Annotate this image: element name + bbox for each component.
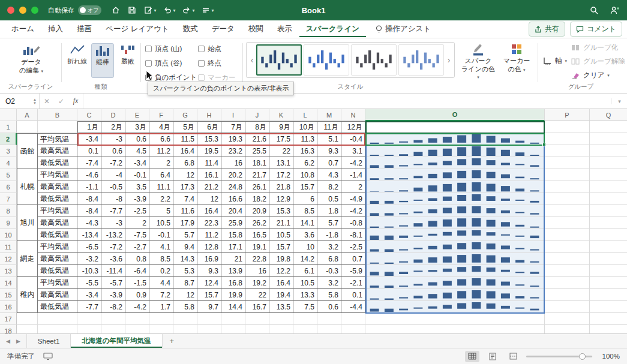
cell-P7[interactable] [545,193,590,205]
close-window-button[interactable] [7,7,14,14]
cell-P12[interactable] [545,253,590,265]
column-header-G[interactable]: G [173,109,197,121]
column-header-I[interactable]: I [221,109,245,121]
cell-J6[interactable]: 26.1 [245,181,269,193]
cell-G2[interactable]: 11.5 [173,133,197,145]
checkbox-low-point[interactable]: 頂点 (谷) [145,59,182,68]
cell-E5[interactable]: -0.1 [125,169,149,181]
sparkline-cell-O10[interactable] [365,229,545,241]
ribbon-tab-5[interactable]: 数式 [176,21,205,37]
cell-K18[interactable] [269,325,293,333]
cell-M4[interactable]: 0.7 [317,157,341,169]
undo-icon[interactable]: ▾ [163,5,175,15]
sparkline-cell-O8[interactable] [365,205,545,217]
cell-H8[interactable]: 16.4 [197,205,221,217]
chevron-down-icon[interactable]: ▾ [192,8,194,13]
column-header-A[interactable]: A [17,109,38,121]
cell-E18[interactable] [125,325,149,333]
cell-D13[interactable]: -11.4 [101,265,125,277]
cell-K5[interactable]: 17.2 [269,169,293,181]
sparkline-cell-O11[interactable] [365,241,545,253]
cell-J2[interactable]: 21.6 [245,133,269,145]
cell-B18[interactable] [38,325,77,333]
ribbon-tab-2[interactable]: 挿入 [41,21,70,37]
cell-L10[interactable]: 3.6 [293,229,317,241]
gallery-next-icon[interactable]: › [445,55,453,65]
cell-G8[interactable]: 11.6 [173,205,197,217]
cell-E3[interactable]: 4.5 [125,145,149,157]
worksheet-grid[interactable]: ABCDEFGHIJKLMNOPQ12345678910111213141516… [0,109,627,333]
cell-F14[interactable]: 4.4 [149,277,173,289]
ribbon-tab-8[interactable]: 表示 [271,21,299,37]
cell-L18[interactable] [293,325,317,333]
cell-F1[interactable]: 4月 [149,121,173,133]
cell-Q9[interactable] [590,217,627,229]
chevron-down-icon[interactable]: ▾ [173,8,175,13]
cell-O18[interactable] [365,325,545,333]
cell-F17[interactable] [149,313,173,325]
cell-J7[interactable]: 18.2 [245,193,269,205]
sparkline-cell-O13[interactable] [365,265,545,277]
cell-C13[interactable]: -10.3 [77,265,101,277]
cell-P2[interactable] [545,133,590,145]
column-header-L[interactable]: L [293,109,317,121]
column-header-E[interactable]: E [125,109,149,121]
cell-C8[interactable]: -8.4 [77,205,101,217]
cell-G6[interactable]: 17.3 [173,181,197,193]
cell-N13[interactable]: -5.9 [341,265,365,277]
cell-A17[interactable] [17,313,38,325]
cell-E6[interactable]: 3.5 [125,181,149,193]
cell-A1[interactable] [17,121,38,133]
insert-function-icon[interactable]: fx [68,97,83,106]
cell-D10[interactable]: -13.2 [101,229,125,241]
checkbox-first-point[interactable]: 始点 [198,44,221,53]
cell-H6[interactable]: 21.2 [197,181,221,193]
cell-F13[interactable]: 0.2 [149,265,173,277]
cell-M3[interactable]: 9.3 [317,145,341,157]
cell-G1[interactable]: 5月 [173,121,197,133]
cell-M8[interactable]: 1.8 [317,205,341,217]
row-header-16[interactable]: 16 [0,301,17,313]
sparkline-cell-O16[interactable] [365,301,545,313]
cell-M5[interactable]: 4.3 [317,169,341,181]
cell-K7[interactable]: 12.9 [269,193,293,205]
row-header-14[interactable]: 14 [0,277,17,289]
checkbox-last-point[interactable]: 終点 [198,59,221,68]
cell-D2[interactable]: -3 [101,133,125,145]
cell-Q12[interactable] [590,253,627,265]
cell-B13[interactable]: 最低気温 [38,265,77,277]
cell-J9[interactable]: 26.2 [245,217,269,229]
cell-N10[interactable]: -8.1 [341,229,365,241]
cell-Q8[interactable] [590,205,627,217]
cell-I9[interactable]: 25.9 [221,217,245,229]
quick-edit-icon[interactable]: ▾ [143,5,156,15]
cell-H3[interactable]: 19.5 [197,145,221,157]
cell-E12[interactable]: 0.8 [125,253,149,265]
row-header-10[interactable]: 10 [0,229,17,241]
cell-G4[interactable]: 6.8 [173,157,197,169]
cell-H12[interactable]: 16.9 [197,253,221,265]
sparkline-cell-O2[interactable] [365,133,545,145]
cell-J14[interactable]: 19.2 [245,277,269,289]
cell-I13[interactable]: 13.9 [221,265,245,277]
row-header-2[interactable]: 2 [0,133,17,145]
cell-H5[interactable]: 16.1 [197,169,221,181]
cell-K14[interactable]: 16.4 [269,277,293,289]
cell-M13[interactable]: -0.3 [317,265,341,277]
sparkline-cell-O6[interactable] [365,181,545,193]
cell-C7[interactable]: -8.4 [77,193,101,205]
cell-E1[interactable]: 3月 [125,121,149,133]
cell-F15[interactable]: 7.2 [149,289,173,301]
checkbox-high-point[interactable]: 頂点 (山) [145,44,182,53]
cell-H11[interactable]: 12.8 [197,241,221,253]
row-header-13[interactable]: 13 [0,265,17,277]
cell-C15[interactable]: -3.4 [77,289,101,301]
cell-L9[interactable]: 14.1 [293,217,317,229]
cell-J15[interactable]: 22 [245,289,269,301]
row-header-3[interactable]: 3 [0,145,17,157]
column-header-K[interactable]: K [269,109,293,121]
row-header-9[interactable]: 9 [0,217,17,229]
sparkline-color-button[interactable]: スパーク ラインの色 ▾ [460,43,497,81]
cell-N8[interactable]: -4.2 [341,205,365,217]
cell-J18[interactable] [245,325,269,333]
